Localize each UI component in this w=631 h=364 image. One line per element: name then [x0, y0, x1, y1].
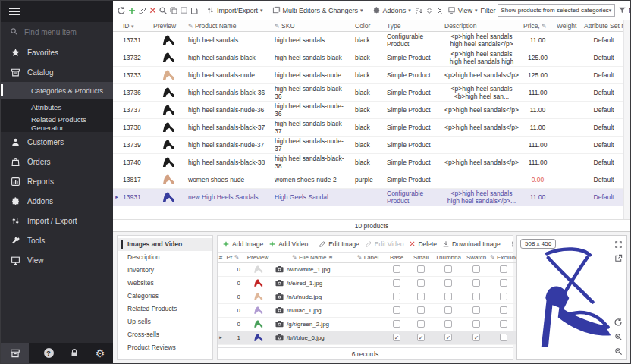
- checkbox-icon[interactable]: [180, 4, 188, 17]
- edit-image-button[interactable]: Edit Image: [317, 240, 361, 248]
- sidebar-item-addons[interactable]: Addons: [1, 191, 113, 211]
- view-button[interactable]: View▾: [446, 6, 479, 14]
- swatch-checkbox[interactable]: [472, 320, 480, 328]
- delete-image-button[interactable]: Delete: [407, 240, 438, 248]
- tab-up-sells[interactable]: Up-sells: [118, 315, 212, 328]
- swatch-checkbox[interactable]: [472, 306, 480, 314]
- column-header[interactable]: Small: [409, 253, 433, 262]
- product-row[interactable]: ▸13931new High Heels SandalsHigh Geels S…: [113, 188, 626, 206]
- column-header[interactable]: Description: [442, 20, 521, 31]
- help-icon[interactable]: ?: [36, 343, 61, 363]
- add-image-button[interactable]: Add Image: [221, 240, 265, 248]
- addons-button[interactable]: Addons▾: [371, 6, 413, 14]
- base-checkbox[interactable]: [393, 320, 400, 328]
- thumb-checkbox[interactable]: [444, 306, 452, 314]
- column-header[interactable]: ✎ Product Name: [186, 20, 272, 31]
- tab-categories[interactable]: Categories: [118, 290, 212, 303]
- product-row[interactable]: 13736high heel sandals-black-36high heel…: [113, 83, 626, 101]
- column-header[interactable]: Color: [353, 20, 385, 31]
- copy-icon[interactable]: [169, 4, 178, 17]
- add-video-button[interactable]: Add Video: [267, 240, 309, 248]
- sidebar-item-favorites[interactable]: Favorites: [1, 42, 113, 62]
- image-row[interactable]: 0/r/e/red_1.jpg: [218, 276, 518, 290]
- tab-cross-sells[interactable]: Cross-sells: [118, 328, 212, 341]
- small-checkbox[interactable]: [417, 320, 425, 328]
- image-row[interactable]: 0/w/h/white_1.jpg: [218, 262, 518, 276]
- zoom-in-icon[interactable]: [613, 331, 623, 342]
- column-header[interactable]: Swatch: [463, 253, 489, 262]
- column-header[interactable]: ✎ SKU: [272, 20, 353, 31]
- column-header[interactable]: Thumbna: [433, 253, 463, 262]
- product-row[interactable]: 13733high heel sandals-nudehigh heel san…: [113, 66, 626, 83]
- column-header[interactable]: Price, ✎: [521, 20, 554, 31]
- sidebar-item-categories-products[interactable]: Categories & Products: [1, 82, 113, 99]
- thumb-checkbox[interactable]: [444, 320, 452, 328]
- product-row[interactable]: 13740high heel sandals-black-38high heel…: [113, 153, 626, 171]
- swatch-checkbox[interactable]: [472, 334, 480, 341]
- exclude-checkbox[interactable]: [500, 334, 507, 341]
- base-checkbox[interactable]: [393, 279, 400, 287]
- swatch-checkbox[interactable]: [472, 265, 480, 273]
- sidebar-item-attributes[interactable]: Attributes: [1, 99, 113, 115]
- sidebar-item-orders[interactable]: Orders: [1, 152, 113, 171]
- tab-inventory[interactable]: Inventory: [118, 264, 212, 277]
- column-header[interactable]: ✎ Exclude: [489, 253, 518, 262]
- hamburger-menu-icon[interactable]: [9, 6, 20, 17]
- sidebar-search-input[interactable]: Find menu item: [1, 22, 113, 42]
- thumb-checkbox[interactable]: [444, 279, 452, 287]
- image-row[interactable]: 0/n/u/nude.jpg: [218, 290, 518, 303]
- product-row[interactable]: 13732high heel sandals-blackhigh heel sa…: [113, 49, 626, 66]
- base-checkbox[interactable]: [393, 265, 400, 273]
- tab-related-products[interactable]: Related Products: [118, 303, 212, 315]
- set-resize-rule-button[interactable]: Set Resize Rule: [510, 240, 513, 248]
- column-header[interactable]: Pr ✎: [224, 253, 242, 262]
- thumb-checkbox[interactable]: [444, 293, 452, 300]
- exclude-checkbox[interactable]: [500, 320, 507, 328]
- column-header[interactable]: ✎ Label: [351, 253, 385, 262]
- sidebar-item-related-products-generator[interactable]: Related Products Generator: [1, 115, 113, 132]
- small-checkbox[interactable]: [417, 279, 425, 287]
- small-checkbox[interactable]: [417, 293, 425, 300]
- thumb-checkbox[interactable]: [444, 265, 452, 273]
- small-checkbox[interactable]: [417, 265, 425, 273]
- sidebar-item-customers[interactable]: Customers: [1, 132, 113, 152]
- lock-icon[interactable]: [61, 343, 87, 363]
- collapse-rows-icon[interactable]: [435, 4, 444, 17]
- product-row[interactable]: 13738high heel sandals-black-37high heel…: [113, 118, 626, 136]
- column-header[interactable]: Type: [385, 20, 442, 31]
- tab-images-and-video[interactable]: Images and Video: [118, 238, 212, 251]
- product-row[interactable]: 13739high heel sandals-nude-37high heel …: [113, 136, 626, 153]
- column-header[interactable]: ID ▾: [121, 20, 151, 31]
- download-image-button[interactable]: Download Image: [441, 240, 502, 248]
- column-header[interactable]: Attribute Set Name: [582, 20, 626, 31]
- exclude-checkbox[interactable]: [500, 279, 507, 287]
- sidebar-item-reports[interactable]: Reports: [1, 171, 113, 191]
- column-header[interactable]: Preview: [151, 20, 186, 31]
- catalog-mode-icon[interactable]: [1, 343, 29, 363]
- exclude-checkbox[interactable]: [500, 265, 507, 273]
- paste-icon[interactable]: [190, 4, 199, 17]
- swatch-checkbox[interactable]: [472, 279, 480, 287]
- products-scrollbar[interactable]: [623, 20, 630, 219]
- delete-icon[interactable]: [149, 4, 157, 17]
- column-header[interactable]: ✎ File Name ⚑: [274, 253, 351, 262]
- rotate-icon[interactable]: [613, 317, 623, 328]
- fullscreen-icon[interactable]: [613, 239, 623, 249]
- product-row[interactable]: 13737high heel sandals-nude-36high heel …: [113, 101, 626, 118]
- tab-product-reviews[interactable]: Product Reviews: [118, 341, 212, 354]
- exclude-checkbox[interactable]: [500, 306, 507, 314]
- exclude-checkbox[interactable]: [500, 293, 507, 300]
- base-checkbox[interactable]: [393, 293, 400, 300]
- column-header[interactable]: Preview: [242, 253, 274, 262]
- open-external-icon[interactable]: [613, 253, 623, 263]
- tab-websites[interactable]: Websites: [118, 277, 212, 290]
- product-row[interactable]: 13817women shoes-nudewomen shoes-nude-2p…: [113, 171, 626, 188]
- swatch-checkbox[interactable]: [472, 293, 480, 300]
- base-checkbox[interactable]: [393, 306, 400, 314]
- image-row[interactable]: ▸1/b/l/blue_6.jpg: [218, 331, 518, 344]
- sidebar-item-import-export[interactable]: Import / Export: [1, 211, 113, 231]
- sidebar-item-catalog[interactable]: Catalog: [1, 62, 113, 82]
- multi-editors-button[interactable]: Multi Editors & Changers▾: [271, 6, 365, 14]
- import-export-button[interactable]: Import/Export▾: [205, 6, 265, 14]
- filter-select[interactable]: Show products from selected categories▾: [498, 4, 616, 17]
